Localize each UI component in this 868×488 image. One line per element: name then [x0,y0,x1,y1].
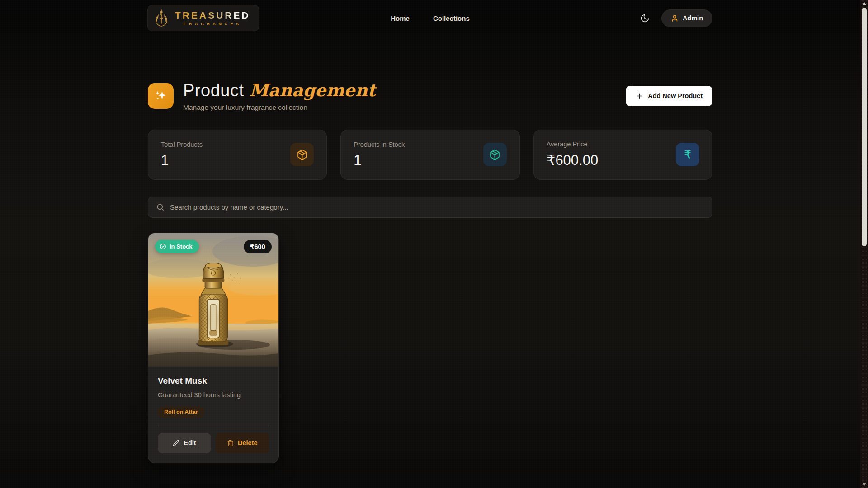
user-icon [671,14,679,22]
stat-card-products-in-stock: Products in Stock 1 [340,130,519,180]
brand-logo[interactable]: TREASURED FRAGRANCES [148,5,259,31]
search-input[interactable] [170,203,704,211]
stat-label: Products in Stock [354,141,405,148]
plus-icon [636,92,643,100]
stat-card-average-price: Average Price ₹600.00 ₹ [533,130,712,180]
edit-button[interactable]: Edit [158,433,211,453]
product-description: Guaranteed 30 hours lasting [158,391,269,399]
product-card: In Stock ₹600 Velvet Musk Guaranteed 30 … [148,233,279,463]
delete-button[interactable]: Delete [216,433,269,453]
check-circle-icon [160,243,166,250]
stats-row: Total Products 1 Products in Stock 1 [148,130,712,180]
attar-bottle [198,263,229,345]
top-navbar: TREASURED FRAGRANCES Home Collections [0,0,860,36]
page-header: ProductManagement Manage your luxury fra… [148,80,712,112]
nav-link-home[interactable]: Home [391,14,410,22]
moon-icon [640,14,650,23]
package-icon [290,143,314,166]
stat-value: 1 [354,152,405,169]
scrollbar-up-arrow-icon[interactable] [862,2,867,5]
price-badge: ₹600 [244,240,271,253]
page-subtitle: Manage your luxury fragrance collection [183,103,376,112]
trash-icon [227,440,234,446]
add-new-product-button[interactable]: Add New Product [626,86,712,106]
scrollbar-down-arrow-icon[interactable] [862,483,867,486]
search-icon [156,203,165,211]
card-divider [158,426,269,426]
admin-label: Admin [683,14,703,22]
stat-value: ₹600.00 [547,152,599,169]
admin-button[interactable]: Admin [661,9,712,27]
search-bar [148,197,712,218]
page-title: ProductManagement [183,80,376,101]
perfume-bottle-icon [152,9,170,28]
stat-label: Average Price [547,141,599,148]
stat-value: 1 [161,152,203,169]
nav-link-collections[interactable]: Collections [433,14,470,22]
scrollbar-thumb[interactable] [862,8,867,246]
stat-card-total-products: Total Products 1 [148,130,327,180]
stat-label: Total Products [161,141,203,148]
theme-toggle-button[interactable] [640,14,650,23]
product-grid: In Stock ₹600 Velvet Musk Guaranteed 30 … [148,233,712,463]
package-icon [483,143,507,166]
pencil-icon [173,440,179,446]
sparkles-icon [148,83,174,109]
brand-tagline: FRAGRANCES [184,22,242,26]
page-viewport: TREASURED FRAGRANCES Home Collections [0,0,860,488]
page-scrollbar[interactable] [860,0,868,488]
nav-links: Home Collections [391,14,470,22]
product-image: In Stock ₹600 [148,233,278,367]
product-category-tag: Roll on Attar [158,406,204,418]
rupee-icon: ₹ [676,143,699,166]
brand-name: TREASURED [175,10,250,20]
product-name: Velvet Musk [158,376,269,386]
in-stock-badge: In Stock [155,240,199,253]
